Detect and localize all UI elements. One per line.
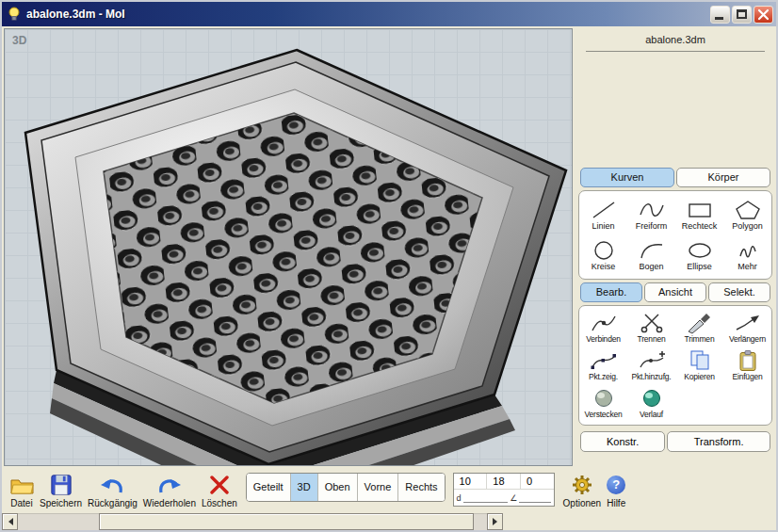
- knife-icon: [686, 312, 714, 334]
- konstr-button[interactable]: Konstr.: [580, 431, 665, 452]
- panel-button-row: Konstr. Transform.: [579, 431, 771, 452]
- tool-label: Pkt.hinzufg.: [631, 372, 671, 381]
- tool-verstecken[interactable]: Verstecken: [579, 387, 627, 419]
- tool-polygon[interactable]: Polygon: [723, 199, 771, 231]
- tool-linien[interactable]: Linien: [579, 199, 627, 231]
- floppy-disk-icon: [50, 474, 73, 496]
- edit-tab-bar: Bearb. Ansicht Selekt.: [579, 282, 771, 302]
- tool-label: Mehr: [737, 262, 757, 271]
- distance-field[interactable]: [463, 492, 509, 503]
- hide-sphere-icon: [590, 387, 618, 410]
- maximize-button[interactable]: [732, 6, 752, 24]
- undo-button[interactable]: Rückgängig: [85, 472, 140, 509]
- ellipse-icon: [686, 239, 714, 262]
- tool-rechteck[interactable]: Rechteck: [675, 199, 723, 231]
- blend-sphere-icon: [638, 387, 666, 410]
- line-icon: [590, 199, 618, 221]
- tool-mehr[interactable]: Mehr: [723, 239, 771, 271]
- tool-label: Rechteck: [682, 221, 718, 231]
- tab-ansicht[interactable]: Ansicht: [644, 282, 706, 302]
- tool-kreise[interactable]: Kreise: [579, 239, 627, 271]
- tool-pkt-hinzufg[interactable]: Pkt.hinzufg.: [627, 349, 675, 381]
- redo-label: Wiederholen: [143, 498, 196, 508]
- app-window: abalone.3dm - MoI 3D: [0, 0, 778, 532]
- close-button[interactable]: [754, 6, 773, 24]
- xyz-row: 10 18 0: [454, 474, 554, 490]
- view-geteilt-button[interactable]: Geteilt: [247, 474, 290, 501]
- redo-button[interactable]: Wiederholen: [140, 472, 199, 509]
- coord-z-field[interactable]: 0: [521, 474, 554, 489]
- viewport-3d[interactable]: 3D: [4, 28, 573, 466]
- scrollbar-track[interactable]: [18, 513, 487, 530]
- more-squiggle-icon: [734, 239, 762, 262]
- minimize-button[interactable]: [710, 6, 730, 24]
- delete-button[interactable]: Löschen: [199, 472, 240, 509]
- bottom-toolbar: Datei Speichern Rückgängig Wiederholen L…: [2, 468, 776, 513]
- viewport-label[interactable]: 3D: [12, 34, 26, 47]
- app-lightbulb-icon: [7, 7, 22, 22]
- curve-toolbox: Linien Freiform Rechteck Polygon Kreise: [578, 190, 772, 280]
- tool-label: Bogen: [639, 262, 663, 271]
- help-question-icon: ?: [607, 476, 625, 494]
- file-label: Datei: [10, 498, 32, 508]
- arc-icon: [638, 239, 666, 262]
- circle-icon: [590, 239, 618, 262]
- minimize-icon: [715, 17, 723, 20]
- extend-arrow-icon: [734, 312, 762, 334]
- scroll-left-button[interactable]: [2, 513, 18, 530]
- tab-selekt[interactable]: Selekt.: [708, 282, 770, 302]
- options-label: Optionen: [563, 498, 602, 508]
- tab-koerper[interactable]: Körper: [676, 168, 770, 187]
- coord-x-field[interactable]: 10: [454, 474, 488, 489]
- tab-bearb[interactable]: Bearb.: [580, 282, 642, 302]
- right-panel: abalone.3dm Kurven Körper Linien Freifor…: [575, 26, 776, 468]
- tool-label: Freiform: [636, 221, 668, 231]
- tool-label: Verlauf: [640, 410, 663, 419]
- tool-label: Verlängern: [729, 334, 766, 344]
- tool-verbinden[interactable]: Verbinden: [579, 312, 627, 344]
- file-button[interactable]: Datei: [7, 472, 37, 509]
- tool-verlauf[interactable]: Verlauf: [627, 387, 675, 419]
- tool-trimmen[interactable]: Trimmen: [675, 312, 723, 344]
- coord-y-field[interactable]: 18: [487, 474, 521, 489]
- scroll-right-button[interactable]: [487, 513, 503, 530]
- help-button[interactable]: ? Hilfe: [604, 472, 628, 509]
- scrollbar-thumb[interactable]: [99, 513, 474, 530]
- tool-label: Trimmen: [685, 334, 715, 344]
- titlebar[interactable]: abalone.3dm - MoI: [2, 2, 776, 26]
- undo-label: Rückgängig: [88, 498, 138, 508]
- view-3d-button[interactable]: 3D: [290, 474, 317, 501]
- abalone-board-render: [5, 29, 573, 466]
- tool-freiform[interactable]: Freiform: [627, 199, 675, 231]
- tool-label: Linien: [592, 221, 614, 231]
- view-vorne-button[interactable]: Vorne: [357, 474, 398, 501]
- help-label: Hilfe: [607, 498, 625, 508]
- view-rechts-button[interactable]: Rechts: [397, 474, 444, 501]
- tool-label: Polygon: [732, 221, 763, 231]
- tool-ellipse[interactable]: Ellipse: [675, 239, 723, 271]
- tool-verlaengern[interactable]: Verlängern: [723, 312, 771, 344]
- tool-label: Verbinden: [586, 334, 620, 344]
- transform-button[interactable]: Transform.: [667, 431, 770, 452]
- tool-label: Einfügen: [733, 372, 763, 381]
- undo-arrow-icon: [100, 475, 124, 495]
- angle-label: ∠: [510, 493, 517, 503]
- tool-label: Verstecken: [584, 410, 622, 419]
- freeform-curve-icon: [638, 199, 666, 221]
- save-label: Speichern: [40, 498, 82, 508]
- maximize-icon: [737, 9, 747, 19]
- window-title: abalone.3dm - MoI: [26, 8, 705, 21]
- triangle-left-icon: [5, 518, 13, 525]
- tab-kurven[interactable]: Kurven: [580, 168, 674, 187]
- tool-label: Kreise: [592, 262, 616, 271]
- tool-kopieren[interactable]: Kopieren: [675, 349, 723, 381]
- tool-trennen[interactable]: Trennen: [627, 312, 675, 344]
- view-oben-button[interactable]: Oben: [317, 474, 357, 501]
- tool-bogen[interactable]: Bogen: [627, 239, 675, 271]
- save-button[interactable]: Speichern: [37, 472, 85, 509]
- options-button[interactable]: Optionen: [560, 472, 605, 509]
- tool-einfuegen[interactable]: Einfügen: [723, 349, 771, 381]
- angle-field[interactable]: [519, 492, 550, 503]
- delete-label: Löschen: [202, 498, 237, 508]
- tool-pkt-zeig[interactable]: Pkt.zeig.: [579, 349, 627, 381]
